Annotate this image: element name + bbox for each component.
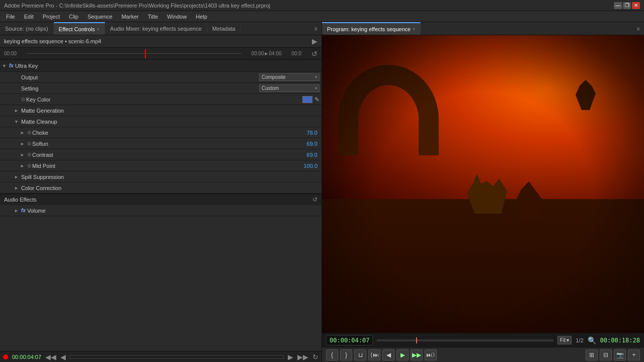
ultra-key-row[interactable]: ▼ fx Ultra Key: [0, 60, 321, 72]
midpoint-value[interactable]: 100.0: [303, 163, 317, 169]
minimize-button[interactable]: —: [614, 2, 622, 9]
matte-cleanup-label: Matte Cleanup: [21, 119, 319, 125]
ec-scrubber[interactable]: [70, 355, 284, 358]
export-frame-button[interactable]: 📷: [614, 349, 626, 360]
ec-loop[interactable]: ↻: [312, 353, 318, 361]
fit-dropdown[interactable]: Fit ▾: [557, 336, 572, 344]
volume-row[interactable]: ► fx Volume: [0, 205, 321, 216]
ec-current-time[interactable]: 00:00:04:07: [12, 354, 41, 360]
volume-expand[interactable]: ►: [14, 208, 21, 213]
mark-clip-button[interactable]: ⊔: [354, 349, 366, 360]
button-editor[interactable]: +: [628, 349, 640, 360]
midpoint-expand[interactable]: ►: [20, 163, 27, 168]
program-tab-close[interactable]: ×: [413, 27, 415, 32]
panel-menu[interactable]: ≡: [310, 26, 321, 32]
spill-suppression-row[interactable]: ► Spill Suppression: [0, 171, 321, 183]
mark-in-button[interactable]: {: [326, 349, 338, 360]
program-playhead: [416, 337, 417, 343]
main-area: Source: (no clips) Effect Controls × Aud…: [0, 22, 644, 362]
contrast-label: Contrast: [32, 152, 307, 158]
key-color-swatch[interactable]: [302, 96, 312, 103]
softun-expand[interactable]: ►: [20, 141, 27, 146]
program-end-time: 00:00:18:28: [600, 337, 640, 344]
ec-step-forward[interactable]: ▶: [288, 353, 293, 361]
spill-suppression-label: Spill Suppression: [21, 174, 319, 180]
spill-expand[interactable]: ►: [14, 174, 21, 179]
contrast-value[interactable]: 69.0: [307, 152, 317, 158]
menu-title[interactable]: Title: [144, 13, 162, 21]
menu-project[interactable]: Project: [39, 13, 64, 21]
matte-cleanup-row[interactable]: ▼ Matte Cleanup: [0, 116, 321, 127]
output-label: Output: [21, 74, 259, 80]
color-correction-expand[interactable]: ►: [14, 186, 21, 191]
maximize-button[interactable]: ❐: [623, 2, 631, 9]
setting-label: Setting: [21, 85, 259, 92]
audio-effects-label: Audio Effects: [4, 197, 37, 203]
softun-stopwatch[interactable]: ⊙: [27, 141, 31, 146]
effect-controls-close[interactable]: ×: [97, 27, 100, 32]
go-to-in-button[interactable]: ⟨⏭: [368, 349, 380, 360]
metadata-label: Metadata: [212, 26, 235, 32]
step-back-button[interactable]: ◀: [382, 349, 394, 360]
menu-marker[interactable]: Marker: [117, 13, 142, 21]
ec-time-start: 00:00: [4, 51, 17, 56]
program-panel-menu[interactable]: ≡: [633, 26, 644, 32]
insert-button[interactable]: ⊞: [586, 349, 598, 360]
eyedrop-icon[interactable]: ✎: [314, 96, 319, 103]
close-button[interactable]: ✕: [632, 2, 640, 9]
setting-dropdown[interactable]: Custom ▾: [259, 84, 319, 92]
audio-effects-section: Audio Effects ↺ ► fx Volume: [0, 194, 321, 216]
ultra-key-expand[interactable]: ▼: [2, 63, 9, 68]
choke-row[interactable]: ► ⊙ Choke 78.0: [0, 127, 321, 138]
midpoint-stopwatch[interactable]: ⊙: [27, 163, 31, 168]
mark-out-button[interactable]: }: [340, 349, 352, 360]
tab-program[interactable]: Program: keying effects sequence ×: [322, 22, 421, 35]
ultra-key-label: Ultra Key: [15, 63, 319, 69]
tab-source[interactable]: Source: (no clips): [0, 22, 54, 35]
ec-time-mid: 00:00►04:00: [252, 51, 282, 56]
tab-effect-controls[interactable]: Effect Controls ×: [54, 22, 105, 35]
ec-play-forward[interactable]: ▶▶: [297, 353, 308, 361]
softun-value[interactable]: 69.0: [307, 141, 317, 147]
ec-play-back[interactable]: ◀◀: [45, 353, 56, 361]
menu-file[interactable]: File: [2, 13, 19, 21]
program-scrubber[interactable]: [377, 339, 553, 341]
play-forward-button[interactable]: ▶▶: [411, 349, 423, 360]
app-title: Adobe Premiere Pro - C:\InfiniteSkills-a…: [4, 3, 270, 9]
zoom-icon[interactable]: 🔍: [588, 336, 596, 344]
volume-fx-icon: fx: [21, 208, 26, 213]
output-dropdown[interactable]: Composite ▾: [259, 73, 319, 81]
menu-edit[interactable]: Edit: [20, 13, 38, 21]
matte-generation-row[interactable]: ► Matte Generation: [0, 105, 321, 116]
choke-stopwatch[interactable]: ⊙: [27, 130, 31, 135]
clip-nav-icon[interactable]: ▶: [312, 37, 317, 45]
play-button[interactable]: ▶: [396, 349, 409, 360]
key-color-stopwatch[interactable]: ⊙: [21, 97, 25, 102]
key-color-row[interactable]: ⊙ Key Color ✎: [0, 94, 321, 105]
matte-cleanup-expand[interactable]: ▼: [14, 119, 21, 124]
program-content: [322, 35, 644, 333]
contrast-expand[interactable]: ►: [20, 152, 27, 157]
menu-help[interactable]: Help: [192, 13, 211, 21]
go-to-out-button[interactable]: ⏭⟩: [425, 349, 437, 360]
midpoint-row[interactable]: ► ⊙ Mid Point 100.0: [0, 160, 321, 171]
tab-metadata[interactable]: Metadata: [207, 22, 241, 35]
menu-sequence[interactable]: Sequence: [84, 13, 117, 21]
program-current-time[interactable]: 00:00:04:07: [326, 335, 373, 345]
color-correction-label: Color Correction: [21, 185, 319, 191]
choke-value[interactable]: 78.0: [307, 130, 317, 136]
tab-audio-mixer[interactable]: Audio Mixer: keying effects sequence: [105, 22, 207, 35]
setting-row: Setting Custom ▾: [0, 83, 321, 94]
contrast-row[interactable]: ► ⊙ Contrast 69.0: [0, 149, 321, 160]
softun-row[interactable]: ► ⊙ Softun 69.0: [0, 138, 321, 149]
contrast-stopwatch[interactable]: ⊙: [27, 152, 31, 157]
color-correction-row[interactable]: ► Color Correction: [0, 183, 321, 194]
matte-gen-expand[interactable]: ►: [14, 108, 21, 113]
ec-step-back[interactable]: ◀: [60, 353, 66, 361]
choke-expand[interactable]: ►: [20, 130, 27, 135]
reset-button[interactable]: ↺: [311, 50, 317, 58]
menu-clip[interactable]: Clip: [65, 13, 83, 21]
overwrite-button[interactable]: ⊟: [600, 349, 612, 360]
menu-window[interactable]: Window: [163, 13, 191, 21]
menu-bar: File Edit Project Clip Sequence Marker T…: [0, 11, 644, 22]
